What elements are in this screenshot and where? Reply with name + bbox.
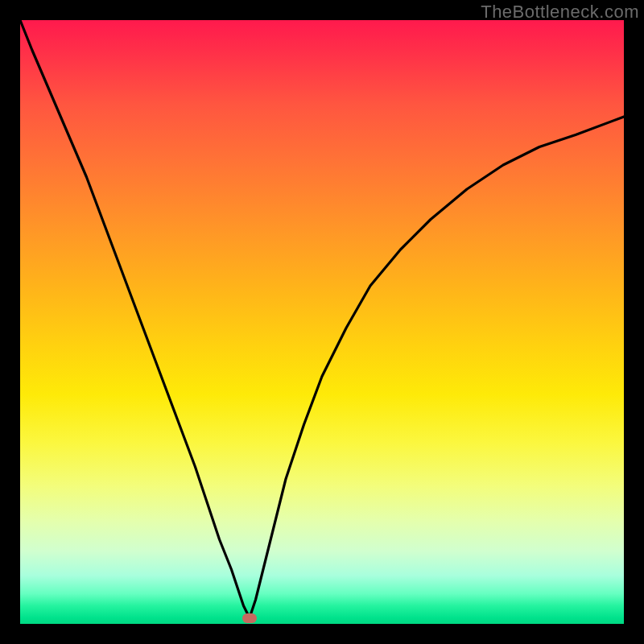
watermark-text: TheBottleneck.com — [481, 2, 639, 23]
chart-frame: TheBottleneck.com — [0, 0, 644, 644]
bottleneck-curve — [20, 20, 624, 624]
curve-right-branch — [250, 117, 624, 618]
plot-area — [20, 20, 624, 624]
minimum-marker — [242, 613, 257, 623]
curve-left-branch — [20, 20, 250, 618]
